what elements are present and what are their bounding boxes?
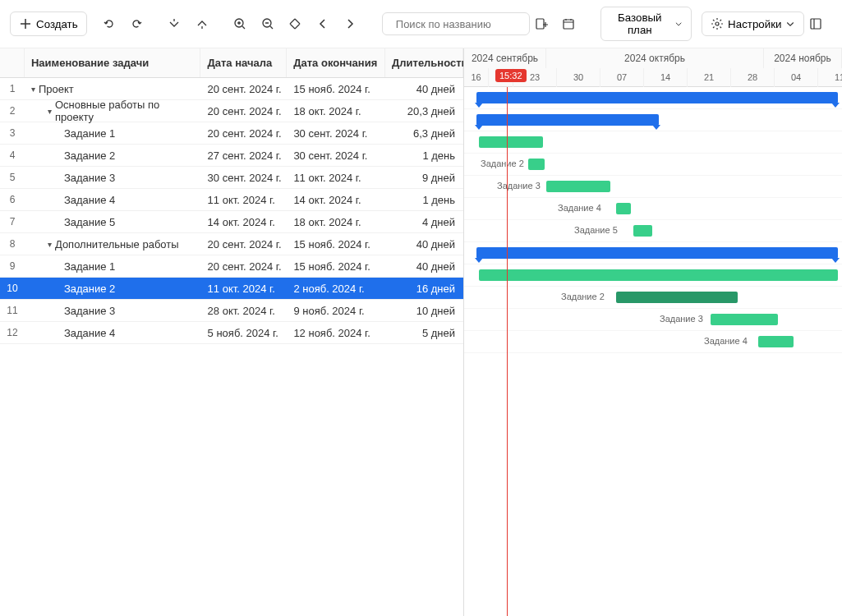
expand-toggle[interactable]: ▾: [48, 107, 52, 116]
redo-button[interactable]: [130, 11, 153, 36]
gantt-row[interactable]: Задание 3: [464, 176, 842, 198]
task-bar[interactable]: [546, 181, 610, 192]
summary-bar[interactable]: [476, 247, 838, 259]
row-end: 18 окт. 2024 г.: [287, 105, 385, 117]
row-name: Задание 2: [25, 283, 201, 295]
baseline-label: Базовый план: [610, 11, 670, 36]
table-row[interactable]: 2▾Основные работы по проекту20 сент. 202…: [0, 100, 463, 122]
zoom-in-button[interactable]: [233, 11, 256, 36]
table-row[interactable]: 3Задание 120 сент. 2024 г.30 сент. 2024 …: [0, 122, 463, 145]
baseline-button[interactable]: Базовый план: [600, 7, 692, 41]
task-bar[interactable]: [479, 136, 543, 148]
fit-button[interactable]: [288, 11, 311, 36]
table-row[interactable]: 9Задание 120 сент. 2024 г.15 нояб. 2024 …: [0, 255, 463, 278]
undo-button[interactable]: [103, 11, 126, 36]
table-row[interactable]: 7Задание 514 окт. 2024 г.18 окт. 2024 г.…: [0, 211, 463, 233]
layout-button[interactable]: [809, 11, 832, 36]
row-num: 2: [0, 105, 25, 117]
table-row[interactable]: 11Задание 328 окт. 2024 г.9 нояб. 2024 г…: [0, 300, 463, 322]
task-bar[interactable]: [616, 203, 631, 214]
col-start-header[interactable]: Дата начала: [200, 48, 287, 77]
row-name: Задание 2: [25, 149, 201, 162]
row-start: 11 окт. 2024 г.: [201, 194, 288, 206]
calendar-button[interactable]: [562, 11, 585, 36]
col-end-header[interactable]: Дата окончания: [287, 48, 385, 77]
task-bar[interactable]: [616, 292, 738, 303]
gantt-row[interactable]: Задание 4: [464, 331, 842, 353]
row-end: 11 окт. 2024 г.: [287, 172, 385, 184]
bar-label: Задание 3: [660, 314, 703, 324]
create-button[interactable]: Создать: [10, 11, 87, 36]
gantt-row[interactable]: е 1: [464, 264, 842, 287]
settings-button[interactable]: Настройки: [702, 11, 804, 36]
task-bar[interactable]: [633, 225, 652, 237]
task-bar[interactable]: [711, 314, 778, 325]
table-row[interactable]: 10Задание 211 окт. 2024 г.2 нояб. 2024 г…: [0, 278, 463, 300]
summary-bar[interactable]: [476, 92, 838, 103]
gantt-row[interactable]: ект: [464, 87, 842, 109]
search-wrap[interactable]: [382, 12, 530, 35]
gantt-row[interactable]: Задание 3: [464, 309, 842, 331]
expand-down-button[interactable]: [168, 11, 191, 36]
row-end: 18 окт. 2024 г.: [287, 216, 385, 228]
task-bar[interactable]: [528, 159, 545, 170]
task-bar[interactable]: [758, 336, 794, 347]
create-label: Создать: [36, 18, 78, 30]
summary-bar[interactable]: [476, 114, 659, 126]
row-duration: 1 день: [385, 149, 463, 162]
row-num: 10: [0, 283, 25, 294]
today-line: [507, 87, 508, 616]
svg-point-5: [715, 22, 719, 25]
chevron-left-icon: [316, 17, 329, 30]
col-dur-header[interactable]: Длительность: [385, 48, 463, 77]
row-end: 12 нояб. 2024 г.: [287, 327, 385, 339]
gantt-row[interactable]: ты: [464, 242, 842, 264]
row-duration: 4 дней: [385, 216, 463, 228]
gantt-day: 11: [818, 68, 842, 87]
expand-toggle[interactable]: ▾: [31, 85, 35, 94]
row-name: ▾Проект: [25, 83, 201, 95]
collapse-up-button[interactable]: [196, 11, 219, 36]
task-header: Наименование задачи Дата начала Дата око…: [0, 48, 463, 78]
task-name: Дополнительные работы: [55, 238, 179, 251]
settings-label: Настройки: [728, 18, 781, 30]
table-row[interactable]: 8▾Дополнительные работы20 сент. 2024 г.1…: [0, 233, 463, 255]
search-input[interactable]: [396, 18, 534, 30]
task-bar[interactable]: [479, 269, 838, 281]
table-row[interactable]: 5Задание 330 сент. 2024 г.11 окт. 2024 г…: [0, 167, 463, 189]
gantt-day: 04: [775, 68, 818, 87]
row-start: 28 окт. 2024 г.: [201, 305, 288, 317]
zoom-in-icon: [233, 17, 246, 30]
toolbar: Создать Базовый план Настройки: [0, 0, 842, 48]
plus-icon: [19, 17, 32, 30]
prev-button[interactable]: [316, 11, 339, 36]
add-column-button[interactable]: [535, 11, 558, 36]
gantt-row[interactable]: Задание 2: [464, 287, 842, 309]
bar-label: Задание 4: [558, 203, 601, 213]
main: Наименование задачи Дата начала Дата око…: [0, 48, 842, 616]
gantt-row[interactable]: Задание 5: [464, 220, 842, 242]
col-name-header[interactable]: Наименование задачи: [25, 48, 201, 77]
gantt-row[interactable]: е 1: [464, 131, 842, 154]
gantt-row[interactable]: Задание 4: [464, 198, 842, 220]
table-row[interactable]: 4Задание 227 сент. 2024 г.30 сент. 2024 …: [0, 145, 463, 167]
task-name: Задание 5: [64, 216, 115, 228]
table-row[interactable]: 6Задание 411 окт. 2024 г.14 окт. 2024 г.…: [0, 189, 463, 211]
gear-icon: [711, 17, 724, 30]
row-duration: 16 дней: [385, 283, 463, 295]
row-start: 14 окт. 2024 г.: [201, 216, 288, 228]
gantt-body[interactable]: ектктуе 1Задание 2Задание 3Задание 4Зада…: [464, 87, 842, 353]
zoom-out-button[interactable]: [261, 11, 284, 36]
table-row[interactable]: 1▾Проект20 сент. 2024 г.15 нояб. 2024 г.…: [0, 78, 463, 100]
expand-toggle[interactable]: ▾: [48, 240, 52, 249]
row-num: 3: [0, 127, 25, 139]
gantt-row[interactable]: кту: [464, 109, 842, 131]
row-num: 12: [0, 327, 25, 338]
row-end: 30 сент. 2024 г.: [287, 149, 385, 162]
bar-label: Задание 2: [481, 159, 524, 168]
next-button[interactable]: [343, 11, 366, 36]
table-row[interactable]: 12Задание 45 нояб. 2024 г.12 нояб. 2024 …: [0, 322, 463, 344]
bar-label: Задание 4: [704, 336, 748, 346]
gantt-row[interactable]: Задание 2: [464, 154, 842, 176]
row-start: 30 сент. 2024 г.: [201, 172, 288, 184]
